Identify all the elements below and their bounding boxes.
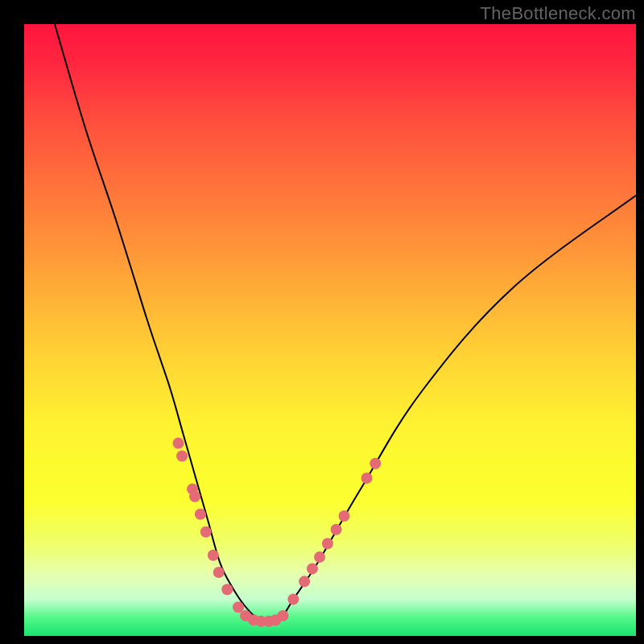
data-marker — [299, 576, 310, 587]
data-marker — [221, 584, 233, 595]
data-marker — [307, 563, 318, 574]
data-marker — [213, 567, 225, 578]
curve-group — [55, 24, 636, 621]
data-marker — [338, 510, 349, 522]
data-marker — [176, 451, 188, 462]
data-marker — [200, 526, 212, 538]
chart-frame: TheBottleneck.com — [0, 0, 644, 644]
data-marker — [195, 509, 206, 520]
marker-group — [173, 438, 382, 627]
data-marker — [189, 491, 200, 502]
chart-svg — [24, 24, 636, 636]
data-marker — [287, 593, 299, 605]
bottleneck-curve — [55, 24, 636, 621]
data-marker — [277, 610, 288, 621]
data-marker — [322, 538, 333, 549]
data-marker — [361, 473, 373, 484]
data-marker — [314, 551, 325, 563]
data-marker — [233, 601, 244, 613]
data-marker — [369, 458, 381, 469]
watermark-text: TheBottleneck.com — [481, 3, 636, 24]
data-marker — [208, 550, 219, 561]
chart-plot-area — [24, 24, 636, 636]
data-marker — [331, 524, 342, 535]
data-marker — [173, 438, 184, 449]
